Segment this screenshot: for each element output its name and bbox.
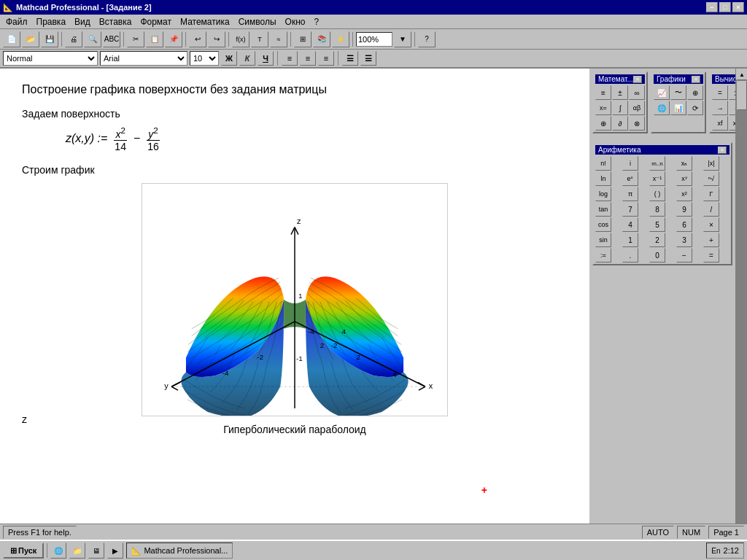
open-button[interactable]: 📂: [22, 31, 39, 47]
menu-symbols[interactable]: Символы: [234, 15, 281, 28]
align-center-button[interactable]: ≡: [300, 51, 316, 66]
arith-0[interactable]: 0: [649, 248, 665, 262]
bullet-list-button[interactable]: ☰: [342, 51, 358, 66]
arith-6[interactable]: 6: [676, 217, 692, 232]
arith-parens[interactable]: ( ): [649, 187, 665, 201]
graphs-palette-close[interactable]: ×: [692, 76, 700, 83]
arith-log[interactable]: log: [595, 187, 611, 201]
menu-format[interactable]: Формат: [136, 15, 176, 28]
menu-edit[interactable]: Правка: [32, 15, 71, 28]
pal-math-5[interactable]: αβ: [629, 101, 645, 115]
arith-2[interactable]: 2: [649, 233, 665, 247]
document-area[interactable]: Построение графика поверхности без задан…: [0, 69, 589, 540]
arith-sin[interactable]: sin: [595, 233, 611, 247]
italic-button[interactable]: К: [239, 51, 255, 66]
align-right-button[interactable]: ≡: [318, 51, 334, 66]
arith-square[interactable]: x²: [676, 187, 692, 201]
explorer-icon[interactable]: 📁: [69, 542, 85, 559]
arith-7[interactable]: 7: [622, 202, 638, 217]
align-left-button[interactable]: ≡: [282, 51, 298, 66]
pal-graph-0[interactable]: 📈: [654, 85, 670, 100]
pal-graph-4[interactable]: 📊: [670, 101, 686, 115]
arith-cos[interactable]: cos: [595, 217, 611, 232]
arith-pi[interactable]: π: [622, 187, 638, 201]
pal-math-7[interactable]: ∂: [612, 116, 628, 131]
help-button[interactable]: ?: [418, 31, 436, 47]
math-palette-close[interactable]: ×: [633, 76, 642, 83]
pal-graph-2[interactable]: ⊕: [687, 85, 703, 100]
arith-range[interactable]: m..n: [649, 156, 665, 171]
arith-power[interactable]: xʸ: [676, 171, 692, 186]
insert-math-button[interactable]: f(x): [232, 31, 249, 47]
pal-graph-5[interactable]: ⟳: [687, 101, 703, 115]
insert-text-button[interactable]: T: [251, 31, 268, 47]
pal-calc-0[interactable]: =: [712, 85, 728, 100]
zoom-input[interactable]: [356, 32, 392, 47]
arithmetic-palette-close[interactable]: ×: [718, 147, 727, 154]
graph-container[interactable]: x y z 1 -1 2 4 -2 -4 -2 -4 2 4: [142, 183, 448, 416]
arith-exp[interactable]: eˣ: [622, 171, 638, 186]
pal-calc-7[interactable]: xfy: [729, 116, 735, 131]
arith-4[interactable]: 4: [622, 217, 638, 232]
taskbar-mathcad[interactable]: 📐 Mathcad Professional...: [126, 542, 233, 559]
arith-tan[interactable]: tan: [595, 202, 611, 217]
new-button[interactable]: 📄: [3, 31, 20, 47]
maximize-button[interactable]: □: [719, 2, 731, 12]
menu-math[interactable]: Математика: [176, 15, 234, 28]
pal-calc-3[interactable]: →: [712, 101, 728, 115]
style-select[interactable]: Normal: [3, 51, 98, 66]
pal-graph-1[interactable]: 〜: [670, 85, 686, 100]
arith-ln[interactable]: ln: [595, 171, 611, 186]
bold-button[interactable]: Ж: [221, 51, 237, 66]
arith-i[interactable]: i: [622, 156, 638, 171]
arith-dot[interactable]: .: [622, 248, 638, 262]
redo-button[interactable]: ↪: [208, 31, 225, 47]
arith-minus[interactable]: −: [676, 248, 692, 262]
pal-math-0[interactable]: ≡: [595, 85, 611, 100]
save-button[interactable]: 💾: [41, 31, 58, 47]
arith-subscript[interactable]: xₙ: [676, 156, 692, 171]
print-preview-button[interactable]: 🔍: [84, 31, 101, 47]
pal-graph-3[interactable]: 🌐: [654, 101, 670, 115]
font-select[interactable]: Arial: [100, 51, 187, 66]
arith-inv[interactable]: x⁻¹: [649, 171, 665, 186]
minimize-button[interactable]: −: [706, 2, 718, 12]
pal-calc-4[interactable]: ↔: [729, 101, 735, 115]
copy-button[interactable]: 📋: [146, 31, 163, 47]
size-select[interactable]: 10: [190, 51, 219, 66]
arith-div[interactable]: /: [703, 202, 719, 217]
ie-icon[interactable]: 🌐: [50, 542, 66, 559]
arith-8[interactable]: 8: [649, 202, 665, 217]
zoom-dropdown[interactable]: ▼: [394, 31, 411, 47]
scroll-up-button[interactable]: ▲: [736, 69, 747, 80]
menu-window[interactable]: Окно: [281, 15, 310, 28]
arith-5[interactable]: 5: [649, 217, 665, 232]
pal-calc-1[interactable]: :=: [729, 85, 735, 100]
print-button[interactable]: 🖨: [65, 31, 82, 47]
scroll-track[interactable]: [736, 80, 747, 528]
arith-assign[interactable]: :=: [595, 248, 611, 262]
pal-math-6[interactable]: ⊕: [595, 116, 611, 131]
arith-abs[interactable]: |x|: [703, 156, 719, 171]
pal-math-4[interactable]: ∫: [612, 101, 628, 115]
undo-button[interactable]: ↩: [189, 31, 206, 47]
arith-3[interactable]: 3: [676, 233, 692, 247]
pal-math-3[interactable]: x=: [595, 101, 611, 115]
menu-file[interactable]: Файл: [1, 15, 32, 28]
insert-unit-button[interactable]: ⚡: [332, 31, 349, 47]
media-icon[interactable]: ▶: [107, 542, 123, 559]
resources-button[interactable]: 📚: [313, 31, 330, 47]
arith-1[interactable]: 1: [622, 233, 638, 247]
underline-button[interactable]: Ч: [258, 51, 274, 66]
arith-9[interactable]: 9: [676, 202, 692, 217]
arith-nroot[interactable]: ⁿ√: [703, 171, 719, 186]
spell-button[interactable]: ABC: [103, 31, 120, 47]
pal-math-2[interactable]: ∞: [629, 85, 645, 100]
arith-equals[interactable]: =: [703, 248, 719, 262]
paste-button[interactable]: 📌: [165, 31, 182, 47]
arith-n-fact[interactable]: n!: [595, 156, 611, 171]
arith-gamma[interactable]: Γ: [703, 187, 719, 201]
cut-button[interactable]: ✂: [127, 31, 144, 47]
show-desktop-icon[interactable]: 🖥: [88, 542, 104, 559]
pal-math-1[interactable]: ±: [612, 85, 628, 100]
